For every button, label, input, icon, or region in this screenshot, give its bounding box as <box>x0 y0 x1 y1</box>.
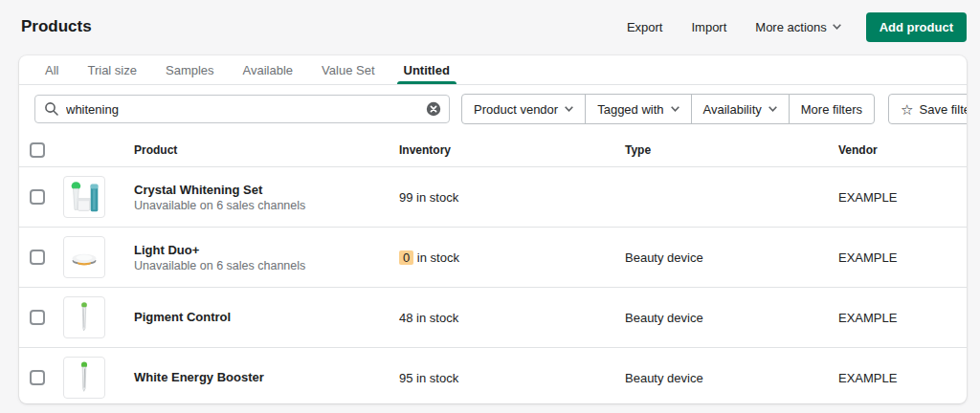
search-box <box>34 95 450 123</box>
column-header-inventory: Inventory <box>390 143 615 157</box>
filter-button-group: Product vendor Tagged with Availability … <box>461 94 875 124</box>
chevron-down-icon <box>833 24 841 30</box>
vendor-cell: EXAMPLE <box>829 311 967 325</box>
vendor-cell: EXAMPLE <box>829 371 967 385</box>
product-thumbnail <box>63 176 105 218</box>
chevron-down-icon <box>768 106 777 112</box>
inventory-qty: 95 <box>399 371 412 385</box>
product-title[interactable]: Light Duo+ <box>134 243 390 257</box>
inventory-suffix: in stock <box>412 311 458 325</box>
more-actions-button[interactable]: More actions <box>744 14 852 40</box>
header-actions: Export Import More actions Add product <box>615 12 967 42</box>
product-vendor-filter-label: Product vendor <box>474 102 558 117</box>
tab-trial-size[interactable]: Trial size <box>73 55 151 84</box>
more-filters-button[interactable]: More filters <box>789 94 875 124</box>
chevron-down-icon <box>671 106 679 112</box>
product-title[interactable]: Crystal Whitening Set <box>134 183 390 197</box>
inventory-cell: 99 in stock <box>390 190 615 205</box>
table-row[interactable]: Pigment Control 48 in stock Beauty devic… <box>19 287 967 347</box>
product-thumbnail <box>63 357 105 399</box>
save-filters-label: Save filters <box>920 102 968 117</box>
more-actions-label: More actions <box>755 20 826 34</box>
disc-device-image <box>64 237 104 277</box>
inventory-qty: 99 <box>399 190 412 205</box>
close-icon <box>426 101 441 117</box>
tagged-with-filter-button[interactable]: Tagged with <box>585 94 691 124</box>
inventory-qty: 0 <box>399 250 413 265</box>
inventory-suffix: in stock <box>412 190 458 205</box>
product-subtitle: Unavailable on 6 sales channels <box>134 199 390 212</box>
tab-available[interactable]: Available <box>229 55 308 84</box>
type-cell: Beauty device <box>615 250 829 265</box>
type-cell: Beauty device <box>615 371 829 385</box>
availability-filter-label: Availability <box>703 102 762 117</box>
availability-filter-button[interactable]: Availability <box>691 94 790 124</box>
product-cell: Crystal Whitening Set Unavailable on 6 s… <box>124 183 390 212</box>
inventory-suffix: in stock <box>413 250 459 265</box>
column-header-type: Type <box>615 143 829 157</box>
product-thumbnail <box>63 296 105 338</box>
product-cell: Light Duo+ Unavailable on 6 sales channe… <box>124 243 390 272</box>
tab-samples[interactable]: Samples <box>151 55 229 84</box>
pen-device-image <box>64 297 104 337</box>
product-cell: White Energy Booster <box>124 370 390 386</box>
search-input[interactable] <box>66 102 419 117</box>
row-checkbox[interactable] <box>30 310 45 325</box>
save-filters-button[interactable]: ☆ Save filters <box>888 94 967 124</box>
product-cell: Pigment Control <box>124 310 390 326</box>
pen-device-image <box>64 358 104 398</box>
vendor-cell: EXAMPLE <box>829 190 967 205</box>
row-checkbox[interactable] <box>30 370 45 385</box>
row-checkbox[interactable] <box>30 189 45 205</box>
search-icon <box>44 101 59 117</box>
tab-untitled[interactable]: Untitled <box>390 55 464 84</box>
tab-bar: All Trial size Samples Available Value S… <box>19 55 967 85</box>
inventory-cell: 48 in stock <box>390 311 615 325</box>
product-subtitle: Unavailable on 6 sales channels <box>134 259 390 272</box>
table-row[interactable]: Light Duo+ Unavailable on 6 sales channe… <box>19 227 967 287</box>
row-checkbox[interactable] <box>30 250 45 265</box>
product-title[interactable]: White Energy Booster <box>134 370 390 384</box>
select-all-checkbox[interactable] <box>30 142 45 158</box>
star-icon: ☆ <box>901 102 913 117</box>
tab-all[interactable]: All <box>31 55 73 84</box>
export-button[interactable]: Export <box>615 14 675 40</box>
product-thumbnail <box>63 236 105 278</box>
tagged-with-filter-label: Tagged with <box>597 102 663 117</box>
product-title[interactable]: Pigment Control <box>134 310 390 324</box>
table-row[interactable]: White Energy Booster 95 in stock Beauty … <box>19 347 967 403</box>
whitening-set-image <box>64 177 104 217</box>
type-cell: Beauty device <box>615 311 829 325</box>
chevron-down-icon <box>565 106 573 112</box>
inventory-suffix: in stock <box>412 371 458 385</box>
inventory-cell: 0 in stock <box>390 250 615 265</box>
filter-toolbar: Product vendor Tagged with Availability … <box>19 85 967 133</box>
clear-search-button[interactable] <box>426 101 441 117</box>
table-header: Product Inventory Type Vendor <box>19 133 967 166</box>
tab-value-set[interactable]: Value Set <box>307 55 389 84</box>
table-row[interactable]: Crystal Whitening Set Unavailable on 6 s… <box>19 166 967 227</box>
import-button[interactable]: Import <box>679 14 738 40</box>
inventory-qty: 48 <box>399 311 412 325</box>
column-header-product: Product <box>124 143 390 157</box>
products-card: All Trial size Samples Available Value S… <box>19 55 967 403</box>
page-title: Products <box>21 17 92 36</box>
column-header-vendor: Vendor <box>829 143 967 157</box>
vendor-cell: EXAMPLE <box>829 250 967 265</box>
add-product-button[interactable]: Add product <box>866 12 967 42</box>
page-header: Products Export Import More actions Add … <box>0 0 980 42</box>
product-vendor-filter-button[interactable]: Product vendor <box>461 94 586 124</box>
inventory-cell: 95 in stock <box>390 371 615 385</box>
